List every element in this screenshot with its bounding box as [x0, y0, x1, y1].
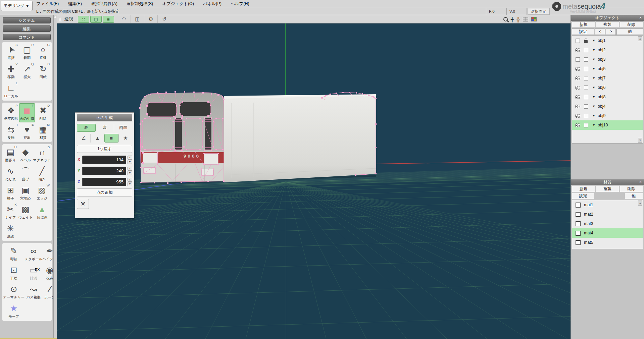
- tool-edge[interactable]: ▨エッジW: [33, 183, 51, 202]
- panel-button[interactable]: 設定: [572, 193, 594, 199]
- object-row[interactable]: ▼obj4: [572, 102, 643, 111]
- facegen-tab-裏[interactable]: 裏: [96, 124, 114, 132]
- material-swatch[interactable]: [576, 221, 581, 226]
- tool-hole-fill[interactable]: ▣穴埋め: [18, 183, 33, 202]
- expand-triangle-icon[interactable]: ▼: [592, 48, 595, 52]
- panel-button[interactable]: 削除: [620, 186, 643, 192]
- panel-settings-button[interactable]: ⚒: [77, 199, 89, 209]
- panel-button[interactable]: >: [606, 29, 616, 35]
- tool-vertex-color[interactable]: ▲頂点色: [33, 202, 51, 221]
- toolbar-collapse-icon[interactable]: [58, 17, 62, 21]
- panel-button[interactable]: 削除: [620, 21, 643, 28]
- tool-path-clone[interactable]: ↝パス複製: [24, 282, 42, 301]
- current-checkbox[interactable]: [584, 76, 588, 80]
- material-swatch[interactable]: [576, 240, 581, 245]
- spinner-up-icon[interactable]: ▲: [128, 167, 132, 171]
- spinner-down-icon[interactable]: ▼: [128, 171, 132, 175]
- current-checkbox[interactable]: [584, 95, 588, 99]
- panel-button[interactable]: 複製: [596, 21, 619, 28]
- scroll-up-icon[interactable]: ▲: [638, 36, 642, 41]
- current-checkbox[interactable]: [584, 57, 588, 62]
- visible-eyes-icon[interactable]: [576, 95, 582, 99]
- panel-button[interactable]: 設定: [572, 29, 594, 35]
- pan-icon[interactable]: ╋: [511, 17, 513, 22]
- close-icon[interactable]: ×: [639, 179, 642, 185]
- menu-item[interactable]: オブジェクト(O): [162, 1, 194, 7]
- tool-weight[interactable]: ▩ウェイト: [18, 202, 33, 221]
- current-checkbox[interactable]: [584, 67, 588, 71]
- facegen-tab-表[interactable]: 表: [77, 124, 96, 132]
- visible-eyes-icon[interactable]: [576, 114, 582, 118]
- line-shape-icon[interactable]: ∠: [77, 134, 90, 143]
- tool-tilt[interactable]: ╱傾き: [33, 164, 51, 183]
- material-row[interactable]: mat2: [572, 210, 643, 219]
- visibility-checkbox[interactable]: [576, 57, 580, 62]
- object-row[interactable]: ▼obj2: [572, 45, 643, 55]
- tool-lasso[interactable]: ○投縄G: [35, 43, 51, 62]
- tool-material[interactable]: ▦材質M: [35, 122, 51, 142]
- visible-eyes-icon[interactable]: [576, 76, 582, 80]
- menu-item[interactable]: 編集(E): [68, 1, 82, 7]
- tool-extrude[interactable]: ♥押出E: [19, 122, 35, 142]
- expand-triangle-icon[interactable]: ▼: [592, 123, 595, 127]
- spinner-down-icon[interactable]: ▼: [128, 160, 132, 164]
- menu-item[interactable]: ヘルプ(H): [231, 1, 249, 7]
- tool-knife[interactable]: ✂ナイフK: [3, 202, 18, 221]
- expand-triangle-icon[interactable]: ▼: [592, 39, 595, 42]
- sidebar-section-1[interactable]: システム: [3, 17, 51, 23]
- quad-shape-icon[interactable]: ■: [104, 134, 118, 143]
- tool-bone[interactable]: ∕ボーン: [42, 282, 54, 301]
- selection-lock-button[interactable]: 選択固定: [528, 8, 550, 15]
- expand-triangle-icon[interactable]: ▼: [592, 86, 595, 89]
- menu-item[interactable]: 選択部属性(A): [91, 1, 117, 7]
- facegen-tab-両面[interactable]: 両面: [114, 124, 132, 132]
- current-checkbox[interactable]: [584, 48, 588, 52]
- panel-button[interactable]: <: [595, 29, 605, 35]
- tool-bend[interactable]: ⌒曲げ: [18, 164, 33, 183]
- tool-sculpt[interactable]: ✎彫刻: [3, 244, 24, 263]
- mode-selector[interactable]: モデリング ▼: [1, 1, 33, 11]
- material-row[interactable]: mat5: [572, 238, 643, 247]
- cube-view-button[interactable]: ◫: [131, 15, 144, 23]
- object-row[interactable]: ▼obj3: [572, 55, 643, 64]
- expand-triangle-icon[interactable]: ▼: [592, 76, 595, 80]
- menu-item[interactable]: 選択部処理(S): [127, 1, 153, 7]
- tool-face-generate[interactable]: ◼面の生成F: [19, 103, 35, 122]
- tool-magnet[interactable]: ∩マグネットB: [33, 145, 51, 164]
- panel-button[interactable]: 他: [624, 193, 643, 199]
- tool-normal[interactable]: ✳法線: [3, 221, 18, 240]
- scroll-down-icon[interactable]: ▼: [638, 138, 642, 143]
- visibility-checkbox[interactable]: [576, 39, 580, 43]
- edge-mode-toggle[interactable]: ▢: [90, 16, 102, 23]
- view-mode-label[interactable]: 透視: [64, 16, 73, 22]
- add-point-button[interactable]: 点の追加: [77, 188, 132, 196]
- material-row[interactable]: mat1: [572, 200, 643, 210]
- panel-button[interactable]: 新規: [572, 186, 595, 192]
- axis-value-X[interactable]: 134: [82, 156, 126, 164]
- close-icon[interactable]: ×: [639, 15, 642, 20]
- lock-icon[interactable]: [584, 40, 588, 43]
- vertex-mode-toggle[interactable]: ∷: [78, 16, 89, 23]
- current-checkbox[interactable]: [584, 114, 588, 118]
- current-checkbox[interactable]: [584, 86, 588, 90]
- visible-eyes-icon[interactable]: [576, 123, 582, 127]
- spinner-up-icon[interactable]: ▲: [128, 156, 132, 160]
- tool-rect-select[interactable]: ▢範囲R: [19, 43, 35, 62]
- tool-armature[interactable]: ⊙アーマチャー: [3, 282, 24, 301]
- object-row[interactable]: ▼obj5: [572, 64, 643, 73]
- tool-morph[interactable]: ★モーフ: [3, 301, 24, 320]
- sidebar-section-3[interactable]: コマンド: [3, 34, 51, 40]
- undo-one-button[interactable]: 1つ戻す: [77, 145, 132, 153]
- tool-lattice[interactable]: ⊞格子: [3, 183, 18, 202]
- scroll-up-icon[interactable]: ▲: [638, 201, 642, 206]
- sidebar-section-2[interactable]: 編集: [3, 25, 51, 32]
- magnifier-icon[interactable]: [503, 17, 508, 21]
- material-row[interactable]: mat4: [572, 228, 643, 238]
- tool-twist[interactable]: ∿ねじれ: [3, 164, 18, 183]
- tool-rotate[interactable]: ↻回転C: [35, 62, 51, 81]
- material-swatch[interactable]: [576, 231, 581, 236]
- panel-button[interactable]: 新規: [572, 21, 595, 28]
- expand-triangle-icon[interactable]: ▼: [592, 114, 595, 117]
- expand-triangle-icon[interactable]: ▼: [592, 95, 595, 99]
- object-row[interactable]: ▼obj10: [572, 120, 643, 130]
